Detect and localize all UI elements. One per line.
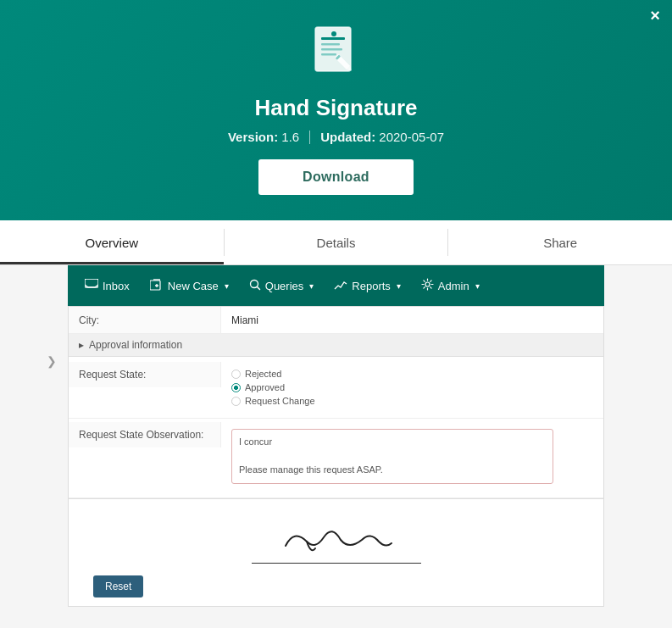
svg-rect-2 <box>321 37 345 40</box>
reports-arrow: ▾ <box>397 281 401 291</box>
tab-share[interactable]: Share <box>448 220 672 264</box>
svg-rect-3 <box>321 43 340 46</box>
queries-arrow: ▾ <box>309 281 314 291</box>
nav-item-new-case[interactable]: New Case ▾ <box>142 272 237 300</box>
observation-row: Request State Observation: I concurPleas… <box>69 419 603 498</box>
observation-value: I concurPlease manage this request ASAP. <box>221 422 603 491</box>
approval-section-header: ▸ Approval information <box>69 334 603 357</box>
radio-request-change[interactable]: Request Change <box>231 396 315 406</box>
svg-rect-5 <box>321 53 336 56</box>
version-info: Version: 1.6 Updated: 2020-05-07 <box>17 130 655 144</box>
modal: × Hand Signature Version: 1.6 <box>0 0 672 628</box>
reports-icon <box>334 279 347 292</box>
preview-form: City: Miami ▸ Approval information Reque… <box>68 306 604 499</box>
preview-navbar: Inbox New Case ▾ Queries ▾ <box>68 265 604 306</box>
radio-rejected-circle <box>231 370 241 379</box>
radio-group: Rejected Approved Request Change <box>231 369 315 406</box>
nav-item-inbox[interactable]: Inbox <box>76 272 138 300</box>
new-case-icon <box>150 279 164 293</box>
radio-approved-circle <box>231 383 241 392</box>
version-divider <box>309 131 310 144</box>
nav-item-reports[interactable]: Reports ▾ <box>325 272 409 299</box>
svg-point-13 <box>425 282 430 286</box>
app-title: Hand Signature <box>17 95 655 121</box>
request-state-options: Rejected Approved Request Change <box>221 362 603 413</box>
request-state-label: Request State: <box>69 362 221 387</box>
tab-overview[interactable]: Overview <box>0 220 224 264</box>
signature-area: Reset <box>68 499 604 607</box>
side-arrow-icon[interactable]: ❯ <box>47 354 57 368</box>
app-preview: Inbox New Case ▾ Queries ▾ <box>0 265 672 628</box>
queries-icon <box>249 279 261 293</box>
nav-item-queries[interactable]: Queries ▾ <box>241 272 323 300</box>
request-state-row: Request State: Rejected Approved <box>69 357 603 419</box>
download-button[interactable]: Download <box>258 159 414 195</box>
new-case-arrow: ▾ <box>225 281 229 291</box>
svg-point-6 <box>331 31 336 36</box>
updated-info: Updated: 2020-05-07 <box>320 130 444 144</box>
close-button[interactable]: × <box>650 7 660 24</box>
radio-request-change-circle <box>231 397 241 406</box>
section-toggle-icon: ▸ <box>79 339 84 351</box>
admin-icon <box>421 278 434 293</box>
reset-button[interactable]: Reset <box>93 575 143 597</box>
radio-approved[interactable]: Approved <box>231 382 315 392</box>
tab-details[interactable]: Details <box>225 220 448 264</box>
city-value: Miami <box>221 307 603 333</box>
radio-rejected[interactable]: Rejected <box>231 369 315 379</box>
admin-arrow: ▾ <box>475 281 480 291</box>
modal-header: × Hand Signature Version: 1.6 <box>0 0 672 220</box>
city-row: City: Miami <box>69 307 603 334</box>
svg-rect-4 <box>321 48 342 51</box>
nav-item-admin[interactable]: Admin ▾ <box>413 271 488 300</box>
tabs-bar: Overview Details Share <box>0 220 672 265</box>
observation-label: Request State Observation: <box>69 422 221 447</box>
app-icon <box>311 25 362 85</box>
observation-textarea: I concurPlease manage this request ASAP. <box>231 429 553 484</box>
signature-drawing <box>269 516 404 559</box>
city-label: City: <box>69 307 221 333</box>
inbox-icon <box>85 279 98 293</box>
version-label: Version: 1.6 <box>228 130 299 144</box>
signature-line <box>252 563 421 564</box>
